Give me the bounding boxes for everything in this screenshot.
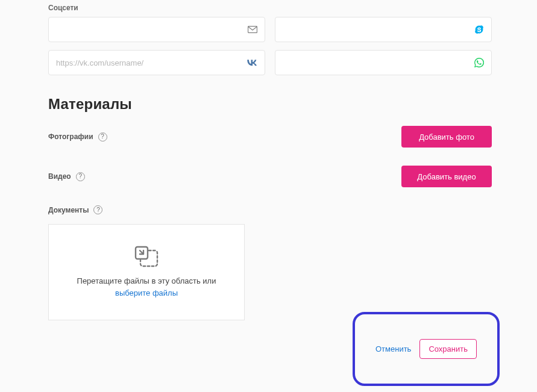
action-buttons-highlight: Отменить Сохранить — [353, 312, 500, 386]
add-photo-button[interactable]: Добавить фото — [401, 126, 492, 148]
whatsapp-field-wrapper — [275, 50, 492, 75]
documents-label: Документы — [48, 206, 89, 214]
vk-input[interactable] — [49, 51, 237, 75]
skype-icon — [474, 25, 484, 34]
materials-heading: Материалы — [48, 96, 537, 113]
whatsapp-icon — [474, 58, 484, 67]
videos-label: Видео — [48, 172, 71, 181]
email-icon — [248, 26, 257, 33]
help-icon[interactable]: ? — [93, 205, 102, 214]
photos-label: Фотографии — [48, 132, 93, 141]
whatsapp-input[interactable] — [275, 51, 463, 75]
email-field-wrapper — [48, 17, 265, 42]
vk-icon — [247, 60, 257, 66]
videos-row: Видео ? Добавить видео — [48, 166, 492, 187]
skype-field-wrapper — [275, 17, 492, 42]
dropzone-select-link[interactable]: выберите файлы — [115, 288, 178, 297]
documents-dropzone[interactable]: Перетащите файлы в эту область или выбер… — [48, 224, 245, 320]
dropzone-text: Перетащите файлы в эту область или выбер… — [77, 275, 216, 299]
vk-field-wrapper — [48, 50, 265, 75]
photos-row: Фотографии ? Добавить фото — [48, 126, 492, 148]
dropzone-upload-icon — [134, 246, 159, 267]
cancel-button[interactable]: Отменить — [375, 344, 411, 353]
social-label: Соцсети — [48, 4, 537, 12]
save-button[interactable]: Сохранить — [419, 339, 477, 359]
help-icon[interactable]: ? — [76, 172, 85, 181]
skype-input[interactable] — [275, 17, 463, 42]
help-icon[interactable]: ? — [98, 132, 107, 142]
email-input[interactable] — [49, 17, 237, 42]
add-video-button[interactable]: Добавить видео — [401, 166, 492, 187]
